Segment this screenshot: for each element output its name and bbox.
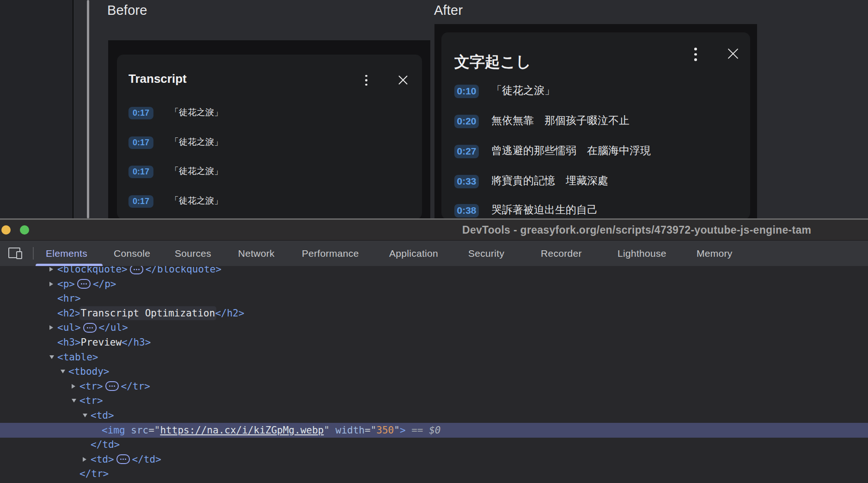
collapsed-content-ellipsis-icon[interactable] <box>116 454 130 464</box>
expand-arrow-icon[interactable] <box>49 282 53 286</box>
tab-network[interactable]: Network <box>238 241 275 266</box>
dom-token-tag: </blockquote> <box>146 266 221 275</box>
tab-lighthouse[interactable]: Lighthouse <box>617 241 666 266</box>
timestamp-chip[interactable]: 0:17 <box>128 195 153 208</box>
expand-arrow-icon[interactable] <box>49 267 53 272</box>
devtools-titlebar[interactable]: DevTools - greasyfork.org/en/scripts/473… <box>0 220 868 240</box>
transcript-line-text: 「徒花之淚」 <box>170 106 223 118</box>
timestamp-chip[interactable]: 0:38 <box>454 204 479 217</box>
dom-token-punct <box>125 425 131 436</box>
dom-token-tag: </tr> <box>121 381 150 392</box>
minimize-traffic-light[interactable] <box>1 225 11 235</box>
transcript-line-text: 「徒花之淚」 <box>170 195 223 207</box>
transcript-panel-before: Transcript 0:17「徒花之淚」0:17「徒花之淚」0:17「徒花之淚… <box>117 55 422 218</box>
transcript-line-text: 哭訴著被迫出生的自己 <box>491 203 598 217</box>
devtools-tabbar: ElementsConsoleSourcesNetworkPerformance… <box>0 240 868 266</box>
page-left-sidebar <box>0 0 73 218</box>
tab-security[interactable]: Security <box>468 241 504 266</box>
dom-node-row[interactable]: <td></td> <box>0 452 868 467</box>
dom-node-row[interactable]: </td> <box>0 437 868 452</box>
timestamp-chip[interactable]: 0:27 <box>454 145 479 158</box>
tab-console[interactable]: Console <box>114 241 150 266</box>
dom-token-attr: src <box>131 425 148 436</box>
dom-node-row[interactable]: <h3>Preview</h3> <box>0 335 868 350</box>
expand-arrow-icon[interactable] <box>83 457 86 462</box>
collapse-arrow-icon[interactable] <box>61 370 65 373</box>
dom-token-punct: " <box>324 425 330 436</box>
transcript-panel-title: 文字起こし <box>454 52 532 73</box>
tab-application[interactable]: Application <box>389 241 438 266</box>
devtools-window: DevTools - greasyfork.org/en/scripts/473… <box>0 218 868 483</box>
transcript-line-text: 「徒花之淚」 <box>170 165 223 177</box>
zoom-traffic-light[interactable] <box>20 225 29 235</box>
transcript-line-text: 將寶貴的記憶 埋藏深處 <box>491 173 608 188</box>
timestamp-chip[interactable]: 0:10 <box>454 85 479 98</box>
close-icon[interactable] <box>397 74 409 86</box>
tab-recorder[interactable]: Recorder <box>541 241 582 266</box>
expand-arrow-icon[interactable] <box>49 325 53 330</box>
tab-sources[interactable]: Sources <box>175 241 211 266</box>
collapse-arrow-icon[interactable] <box>72 399 76 402</box>
transcript-line-text: 「徒花之淚」 <box>491 83 555 98</box>
dom-node-row[interactable]: <tbody> <box>0 364 868 379</box>
dom-node-row[interactable]: <tr> <box>0 393 868 408</box>
transcript-line-text: 無依無靠 那個孩子啜泣不止 <box>491 113 630 128</box>
dom-token-tag: <hr> <box>57 293 81 304</box>
timestamp-chip[interactable]: 0:33 <box>454 175 479 188</box>
dom-token-tag: <ul> <box>57 322 81 333</box>
timestamp-chip[interactable]: 0:17 <box>128 166 153 178</box>
kebab-menu-icon[interactable] <box>365 74 367 87</box>
transcript-panel-title: Transcript <box>128 72 187 86</box>
tab-elements[interactable]: Elements <box>46 241 87 266</box>
dom-token-tag: </tr> <box>79 468 109 479</box>
webpage-area: Before After Transcript 0:17「徒花之淚」0:17「徒… <box>0 0 868 218</box>
collapse-arrow-icon[interactable] <box>49 355 54 359</box>
dom-node-row[interactable]: <p></p> <box>0 277 868 291</box>
dom-node-row[interactable]: <h2>Transcript Optimization</h2> <box>0 306 868 321</box>
toggle-device-toolbar-icon[interactable] <box>8 248 22 259</box>
dom-token-attr: width <box>336 425 365 436</box>
dom-token-tag: <td> <box>91 454 114 465</box>
timestamp-chip[interactable]: 0:17 <box>128 136 153 149</box>
collapsed-content-ellipsis-icon[interactable] <box>130 266 143 274</box>
collapsed-content-ellipsis-icon[interactable] <box>105 381 119 391</box>
dom-node-row[interactable]: <table> <box>0 350 868 365</box>
tabbar-separator <box>33 247 34 260</box>
dom-node-row[interactable]: <ul></ul> <box>0 320 868 335</box>
collapse-arrow-icon[interactable] <box>83 414 87 417</box>
timestamp-chip[interactable]: 0:20 <box>454 115 479 128</box>
page-scrollbar[interactable] <box>87 0 89 218</box>
dom-token-tag: </td> <box>132 454 161 465</box>
dom-token-punct: =" <box>148 425 160 436</box>
dom-token-tag: <tr> <box>79 395 103 406</box>
dom-node-row[interactable]: <tr></tr> <box>0 379 868 394</box>
collapsed-content-ellipsis-icon[interactable] <box>77 279 91 289</box>
attribute-url-link[interactable]: https://na.cx/i/kiZGpMg.webp <box>160 425 324 436</box>
transcript-line-text: 「徒花之淚」 <box>170 136 223 148</box>
dom-node-row[interactable]: </tr> <box>0 466 868 481</box>
dom-token-punct: =" <box>365 425 376 436</box>
elements-dom-tree: <blockquote></blockquote><p></p><hr><h2>… <box>0 266 868 483</box>
sidebar-divider <box>73 0 73 218</box>
dom-node-row[interactable]: <td> <box>0 408 868 423</box>
dom-token-tag: </h2> <box>215 308 244 319</box>
dom-node-row[interactable]: <blockquote></blockquote> <box>0 266 868 277</box>
transcript-panel-after: 文字起こし 0:10「徒花之淚」0:20無依無靠 那個孩子啜泣不止0:27曾逃避… <box>441 32 750 218</box>
close-icon[interactable] <box>726 46 740 60</box>
transcript-line-text: 曾逃避的那些懦弱 在腦海中浮現 <box>491 143 651 158</box>
dom-token-punct <box>330 425 336 436</box>
tab-performance[interactable]: Performance <box>302 241 359 266</box>
dom-node-row[interactable]: <hr> <box>0 291 868 306</box>
dom-token-tag: </ul> <box>99 322 128 333</box>
collapsed-content-ellipsis-icon[interactable] <box>83 323 97 333</box>
dom-token-tag: <p> <box>57 279 75 290</box>
after-screenshot-card: 文字起こし 0:10「徒花之淚」0:20無依無靠 那個孩子啜泣不止0:27曾逃避… <box>434 24 757 218</box>
kebab-menu-icon[interactable] <box>694 46 697 62</box>
dom-token-tag: <tbody> <box>68 366 110 377</box>
before-heading: Before <box>107 3 147 18</box>
expand-arrow-icon[interactable] <box>72 384 75 389</box>
before-screenshot-card: Transcript 0:17「徒花之淚」0:17「徒花之淚」0:17「徒花之淚… <box>108 40 430 218</box>
timestamp-chip[interactable]: 0:17 <box>128 107 153 119</box>
tab-memory[interactable]: Memory <box>697 241 733 266</box>
dom-node-row[interactable]: <img src="https://na.cx/i/kiZGpMg.webp" … <box>0 423 868 438</box>
